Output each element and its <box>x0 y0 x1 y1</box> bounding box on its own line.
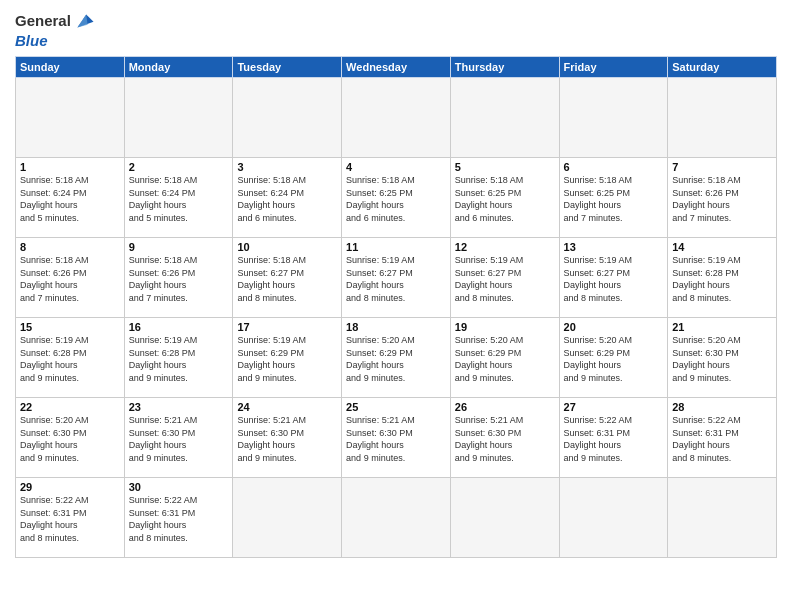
table-row: 28Sunrise: 5:22 AMSunset: 6:31 PMDayligh… <box>668 398 777 478</box>
table-row: 13Sunrise: 5:19 AMSunset: 6:27 PMDayligh… <box>559 238 668 318</box>
day-number: 23 <box>129 401 229 413</box>
logo-text: General <box>15 12 71 30</box>
table-row <box>342 478 451 558</box>
header-wednesday: Wednesday <box>342 57 451 78</box>
table-row <box>16 78 125 158</box>
page: General Blue Sunday Monday Tuesday <box>0 0 792 612</box>
day-info: Sunrise: 5:18 AMSunset: 6:24 PMDaylight … <box>20 174 120 224</box>
day-info: Sunrise: 5:22 AMSunset: 6:31 PMDaylight … <box>672 414 772 464</box>
day-number: 7 <box>672 161 772 173</box>
day-number: 5 <box>455 161 555 173</box>
day-info: Sunrise: 5:19 AMSunset: 6:27 PMDaylight … <box>455 254 555 304</box>
table-row: 29Sunrise: 5:22 AMSunset: 6:31 PMDayligh… <box>16 478 125 558</box>
calendar-body: 1Sunrise: 5:18 AMSunset: 6:24 PMDaylight… <box>16 78 777 558</box>
table-row: 6Sunrise: 5:18 AMSunset: 6:25 PMDaylight… <box>559 158 668 238</box>
day-number: 28 <box>672 401 772 413</box>
table-row: 24Sunrise: 5:21 AMSunset: 6:30 PMDayligh… <box>233 398 342 478</box>
calendar-week-row <box>16 78 777 158</box>
day-info: Sunrise: 5:19 AMSunset: 6:28 PMDaylight … <box>20 334 120 384</box>
table-row <box>559 78 668 158</box>
day-info: Sunrise: 5:22 AMSunset: 6:31 PMDaylight … <box>564 414 664 464</box>
table-row: 2Sunrise: 5:18 AMSunset: 6:24 PMDaylight… <box>124 158 233 238</box>
logo-blue-text: Blue <box>15 32 48 50</box>
day-number: 26 <box>455 401 555 413</box>
header: General Blue <box>15 10 777 50</box>
day-info: Sunrise: 5:19 AMSunset: 6:27 PMDaylight … <box>564 254 664 304</box>
day-info: Sunrise: 5:18 AMSunset: 6:24 PMDaylight … <box>129 174 229 224</box>
table-row: 17Sunrise: 5:19 AMSunset: 6:29 PMDayligh… <box>233 318 342 398</box>
table-row: 26Sunrise: 5:21 AMSunset: 6:30 PMDayligh… <box>450 398 559 478</box>
day-number: 11 <box>346 241 446 253</box>
day-number: 18 <box>346 321 446 333</box>
table-row: 9Sunrise: 5:18 AMSunset: 6:26 PMDaylight… <box>124 238 233 318</box>
calendar-week-row: 15Sunrise: 5:19 AMSunset: 6:28 PMDayligh… <box>16 318 777 398</box>
day-number: 1 <box>20 161 120 173</box>
day-number: 4 <box>346 161 446 173</box>
day-info: Sunrise: 5:21 AMSunset: 6:30 PMDaylight … <box>237 414 337 464</box>
day-info: Sunrise: 5:19 AMSunset: 6:28 PMDaylight … <box>672 254 772 304</box>
day-info: Sunrise: 5:18 AMSunset: 6:27 PMDaylight … <box>237 254 337 304</box>
table-row: 14Sunrise: 5:19 AMSunset: 6:28 PMDayligh… <box>668 238 777 318</box>
day-number: 24 <box>237 401 337 413</box>
calendar-week-row: 8Sunrise: 5:18 AMSunset: 6:26 PMDaylight… <box>16 238 777 318</box>
day-info: Sunrise: 5:20 AMSunset: 6:30 PMDaylight … <box>672 334 772 384</box>
table-row <box>233 78 342 158</box>
day-number: 13 <box>564 241 664 253</box>
table-row <box>450 78 559 158</box>
header-thursday: Thursday <box>450 57 559 78</box>
day-number: 21 <box>672 321 772 333</box>
day-info: Sunrise: 5:21 AMSunset: 6:30 PMDaylight … <box>129 414 229 464</box>
table-row <box>450 478 559 558</box>
day-info: Sunrise: 5:18 AMSunset: 6:26 PMDaylight … <box>129 254 229 304</box>
day-info: Sunrise: 5:18 AMSunset: 6:25 PMDaylight … <box>564 174 664 224</box>
table-row: 11Sunrise: 5:19 AMSunset: 6:27 PMDayligh… <box>342 238 451 318</box>
day-info: Sunrise: 5:21 AMSunset: 6:30 PMDaylight … <box>346 414 446 464</box>
day-number: 19 <box>455 321 555 333</box>
table-row: 22Sunrise: 5:20 AMSunset: 6:30 PMDayligh… <box>16 398 125 478</box>
table-row: 16Sunrise: 5:19 AMSunset: 6:28 PMDayligh… <box>124 318 233 398</box>
table-row: 23Sunrise: 5:21 AMSunset: 6:30 PMDayligh… <box>124 398 233 478</box>
day-number: 14 <box>672 241 772 253</box>
table-row: 25Sunrise: 5:21 AMSunset: 6:30 PMDayligh… <box>342 398 451 478</box>
day-info: Sunrise: 5:18 AMSunset: 6:26 PMDaylight … <box>20 254 120 304</box>
day-number: 3 <box>237 161 337 173</box>
table-row: 7Sunrise: 5:18 AMSunset: 6:26 PMDaylight… <box>668 158 777 238</box>
calendar-week-row: 29Sunrise: 5:22 AMSunset: 6:31 PMDayligh… <box>16 478 777 558</box>
calendar-header: Sunday Monday Tuesday Wednesday Thursday… <box>16 57 777 78</box>
day-info: Sunrise: 5:21 AMSunset: 6:30 PMDaylight … <box>455 414 555 464</box>
table-row <box>559 478 668 558</box>
day-number: 12 <box>455 241 555 253</box>
day-info: Sunrise: 5:19 AMSunset: 6:28 PMDaylight … <box>129 334 229 384</box>
table-row <box>342 78 451 158</box>
table-row: 5Sunrise: 5:18 AMSunset: 6:25 PMDaylight… <box>450 158 559 238</box>
day-number: 22 <box>20 401 120 413</box>
day-info: Sunrise: 5:20 AMSunset: 6:29 PMDaylight … <box>455 334 555 384</box>
table-row: 27Sunrise: 5:22 AMSunset: 6:31 PMDayligh… <box>559 398 668 478</box>
header-sunday: Sunday <box>16 57 125 78</box>
table-row <box>668 78 777 158</box>
table-row: 10Sunrise: 5:18 AMSunset: 6:27 PMDayligh… <box>233 238 342 318</box>
day-number: 10 <box>237 241 337 253</box>
day-number: 8 <box>20 241 120 253</box>
logo-icon <box>73 10 95 32</box>
day-header-row: Sunday Monday Tuesday Wednesday Thursday… <box>16 57 777 78</box>
header-tuesday: Tuesday <box>233 57 342 78</box>
day-info: Sunrise: 5:20 AMSunset: 6:30 PMDaylight … <box>20 414 120 464</box>
table-row: 12Sunrise: 5:19 AMSunset: 6:27 PMDayligh… <box>450 238 559 318</box>
day-number: 2 <box>129 161 229 173</box>
svg-marker-1 <box>77 14 87 27</box>
day-number: 30 <box>129 481 229 493</box>
day-number: 27 <box>564 401 664 413</box>
table-row: 19Sunrise: 5:20 AMSunset: 6:29 PMDayligh… <box>450 318 559 398</box>
day-info: Sunrise: 5:22 AMSunset: 6:31 PMDaylight … <box>20 494 120 544</box>
day-number: 17 <box>237 321 337 333</box>
day-info: Sunrise: 5:22 AMSunset: 6:31 PMDaylight … <box>129 494 229 544</box>
day-info: Sunrise: 5:20 AMSunset: 6:29 PMDaylight … <box>346 334 446 384</box>
table-row: 4Sunrise: 5:18 AMSunset: 6:25 PMDaylight… <box>342 158 451 238</box>
day-number: 20 <box>564 321 664 333</box>
table-row: 21Sunrise: 5:20 AMSunset: 6:30 PMDayligh… <box>668 318 777 398</box>
table-row <box>124 78 233 158</box>
table-row: 18Sunrise: 5:20 AMSunset: 6:29 PMDayligh… <box>342 318 451 398</box>
day-info: Sunrise: 5:18 AMSunset: 6:26 PMDaylight … <box>672 174 772 224</box>
table-row: 1Sunrise: 5:18 AMSunset: 6:24 PMDaylight… <box>16 158 125 238</box>
